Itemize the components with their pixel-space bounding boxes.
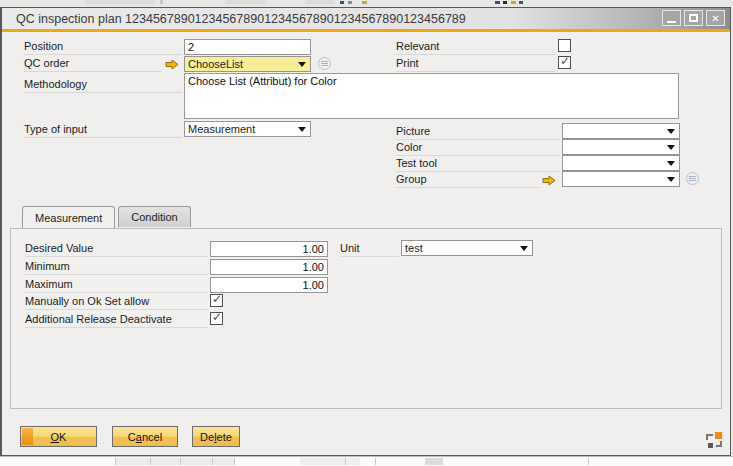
minimum-input[interactable] — [210, 259, 328, 275]
measurement-tab-panel: Desired Value Unit test Minimum Maximum … — [10, 228, 722, 409]
link-arrow-icon[interactable] — [165, 59, 179, 70]
print-checkbox[interactable] — [558, 56, 571, 69]
background-app-bottom-strip — [0, 456, 733, 466]
maximize-button[interactable] — [684, 10, 703, 26]
print-label: Print — [396, 57, 556, 72]
edit-pencil-icon[interactable] — [318, 57, 331, 70]
background-fragment — [362, 1, 367, 4]
title-bar[interactable]: QC inspection plan 123456789012345678901… — [2, 8, 730, 29]
background-fragment — [160, 0, 163, 4]
test-tool-select[interactable] — [562, 155, 680, 171]
background-fragment — [115, 458, 235, 465]
unit-label: Unit — [340, 242, 399, 257]
maximum-label: Maximum — [25, 278, 208, 293]
minimum-label: Minimum — [25, 260, 208, 275]
chevron-down-icon — [520, 246, 528, 251]
maximum-input[interactable] — [210, 277, 328, 293]
chevron-down-icon — [298, 62, 306, 67]
position-label: Position — [24, 40, 182, 55]
ok-button[interactable]: OK — [20, 426, 97, 447]
maximize-icon — [689, 14, 698, 22]
desired-value-input[interactable] — [210, 241, 328, 257]
background-fragment — [503, 1, 507, 4]
position-input[interactable] — [184, 39, 311, 55]
group-label: Group — [396, 173, 540, 188]
expand-form-icon[interactable] — [706, 432, 722, 448]
edit-pencil-icon[interactable] — [686, 172, 699, 185]
background-fragment — [375, 458, 376, 465]
close-icon: ✕ — [711, 13, 719, 24]
window-title: QC inspection plan 123456789012345678901… — [16, 12, 466, 26]
tab-measurement[interactable]: Measurement — [22, 206, 115, 228]
type-of-input-select[interactable]: Measurement — [184, 121, 311, 137]
picture-select[interactable] — [562, 123, 680, 139]
relevant-label: Relevant — [396, 40, 556, 55]
minimize-icon — [667, 21, 676, 23]
background-fragment — [340, 1, 344, 4]
relevant-checkbox[interactable] — [558, 39, 571, 52]
delete-button[interactable]: Delete — [192, 426, 240, 447]
background-fragment — [180, 458, 181, 465]
qc-order-select[interactable]: ChooseList — [184, 56, 311, 72]
chevron-down-icon — [667, 129, 675, 134]
additional-release-checkbox[interactable] — [210, 312, 223, 325]
default-button-marker — [22, 428, 33, 445]
desired-value-label: Desired Value — [25, 242, 208, 257]
cancel-button[interactable]: Cancel — [112, 426, 178, 447]
background-fragment — [511, 1, 516, 4]
color-label: Color — [396, 141, 560, 156]
background-fragment — [588, 458, 589, 465]
background-fragment — [300, 458, 360, 465]
background-fragment — [212, 458, 213, 465]
background-fragment — [85, 0, 155, 4]
chevron-down-icon — [298, 127, 306, 132]
background-fragment — [225, 0, 265, 4]
picture-label: Picture — [396, 125, 560, 140]
methodology-label: Methodology — [24, 78, 182, 93]
link-arrow-icon[interactable] — [542, 175, 556, 186]
close-button[interactable]: ✕ — [706, 10, 725, 26]
methodology-textarea[interactable]: Choose List (Attribut) for Color — [184, 73, 679, 119]
manually-ok-checkbox[interactable] — [210, 294, 223, 307]
qc-inspection-plan-dialog: QC inspection plan 123456789012345678901… — [0, 7, 731, 456]
color-select[interactable] — [562, 139, 680, 155]
test-tool-label: Test tool — [396, 157, 560, 172]
background-fragment — [519, 1, 523, 4]
tab-condition[interactable]: Condition — [118, 206, 190, 227]
background-fragment — [348, 1, 352, 4]
chevron-down-icon — [667, 177, 675, 182]
chevron-down-icon — [667, 161, 675, 166]
unit-select[interactable]: test — [401, 240, 533, 256]
background-fragment — [345, 458, 346, 465]
background-fragment — [305, 0, 335, 4]
background-fragment — [425, 458, 443, 465]
type-of-input-label: Type of input — [24, 123, 182, 138]
tab-strip: Measurement Condition — [22, 206, 191, 227]
manually-ok-label: Manually on Ok Set allow — [25, 295, 208, 310]
additional-release-label: Additional Release Deactivate — [25, 313, 208, 328]
chevron-down-icon — [667, 145, 675, 150]
minimize-button[interactable] — [662, 10, 681, 26]
background-app-top-strip — [0, 0, 733, 7]
group-select[interactable] — [562, 171, 680, 187]
background-fragment — [150, 458, 151, 465]
qc-order-label: QC order — [24, 57, 162, 72]
background-fragment — [495, 1, 500, 4]
